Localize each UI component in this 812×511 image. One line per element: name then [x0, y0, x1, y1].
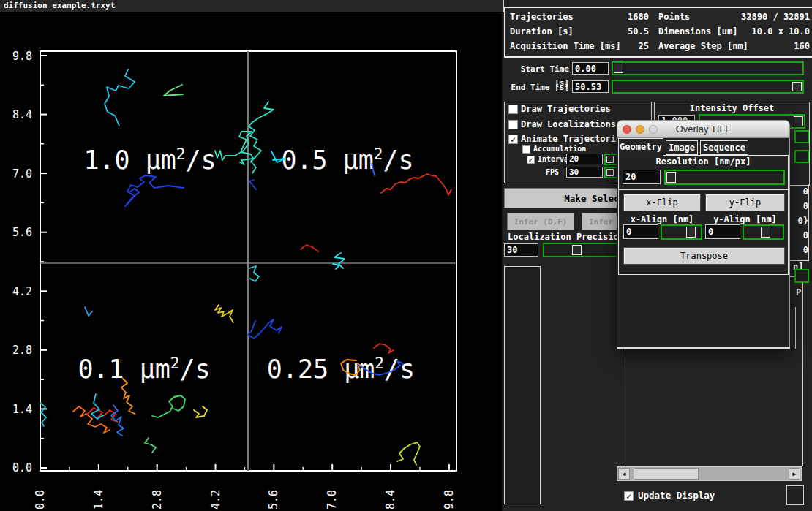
trajectory-path	[301, 245, 318, 251]
trajectory-path	[381, 174, 451, 195]
trajectory-path	[40, 403, 46, 426]
y-tick-label: 8.4	[12, 108, 32, 121]
y-tick-label: 9.8	[12, 50, 32, 63]
end-time-input[interactable]	[572, 80, 609, 93]
x-tick-label: 2.8	[151, 490, 164, 510]
y-align-input[interactable]	[705, 224, 740, 239]
hidden-slider-end-fragment	[794, 130, 809, 143]
end-time-slider-handle[interactable]	[792, 82, 802, 91]
y-tick-label: 0.0	[12, 461, 32, 474]
trajectory-path	[333, 264, 339, 269]
x-tick-label: 7.0	[326, 490, 339, 510]
scrollbar-thumb[interactable]	[634, 468, 699, 480]
tab-geometry[interactable]: Geometry	[618, 138, 663, 156]
trajectory-path	[164, 85, 183, 96]
hidden-p-label-fragment: P	[796, 285, 801, 300]
hidden-value-fragment: 0	[789, 243, 808, 257]
trajectory-path	[91, 394, 103, 419]
localization-precision-slider-handle[interactable]	[572, 245, 582, 255]
window-title: diffusion_example.trxyt	[0, 0, 504, 12]
trajectory-path	[397, 442, 420, 465]
y-tick-label: 4.2	[12, 285, 32, 298]
update-display-checkbox[interactable]: ✓	[624, 491, 634, 501]
x-align-slider-handle[interactable]	[686, 227, 696, 238]
trajectory-plot[interactable]: 0.01.42.84.25.67.08.49.89.88.47.05.64.22…	[0, 0, 500, 511]
trajectory-listbox[interactable]	[504, 266, 541, 504]
trajectory-path	[374, 344, 394, 353]
accumulation-checkbox[interactable]	[522, 145, 530, 154]
geometry-controls-panel: x-Flip y-Flip x-Align [nm] y-Align [nm] …	[618, 189, 789, 275]
hidden-slider-end-fragment	[794, 269, 809, 283]
x-tick-label: 8.4	[384, 490, 397, 510]
stat-value: 1680	[628, 10, 649, 24]
stats-row: Acquisition Time [ms]25 Average Step [nm…	[510, 39, 810, 53]
stat-label: Acquisition Time [ms]	[510, 39, 621, 53]
infer-df-button[interactable]: Infer (D,F)	[507, 213, 574, 230]
hidden-value-fragment: 0	[789, 199, 808, 213]
minimize-icon[interactable]	[636, 125, 644, 134]
stat-value: 50.5	[628, 24, 649, 39]
stat-label: Duration [s]	[510, 24, 574, 39]
scrollbar-left-arrow-icon[interactable]: ◀	[618, 468, 630, 480]
fps-input[interactable]	[566, 167, 603, 178]
trajectory-path	[121, 379, 135, 414]
hidden-value-fragment: 0	[789, 228, 808, 243]
interval-checkbox[interactable]: ✓	[527, 156, 535, 164]
stats-row: Duration [s]50.5 Dimensions [um]10.0 x 1…	[510, 24, 810, 39]
y-align-slider[interactable]	[743, 224, 784, 240]
start-time-slider-handle[interactable]	[614, 64, 623, 73]
stats-box: Trajectories1680 Points32890 / 32891 Dur…	[504, 7, 812, 58]
tab-image[interactable]: Image	[666, 140, 698, 155]
trajectory-path	[152, 395, 185, 417]
quadrant-diffusion-label: 0.1 µm2/s	[78, 355, 210, 384]
quadrant-diffusion-label: 0.5 µm2/s	[281, 145, 413, 175]
y-tick-label: 7.0	[12, 167, 32, 181]
interval-input[interactable]	[566, 154, 603, 164]
trajectory-path	[125, 175, 184, 206]
x-flip-button[interactable]: x-Flip	[623, 194, 701, 211]
y-align-slider-handle[interactable]	[761, 227, 770, 238]
interval-slider-handle[interactable]	[606, 156, 614, 163]
start-time-slider[interactable]	[612, 61, 804, 75]
x-align-input[interactable]	[623, 224, 658, 239]
quadrant-diffusion-label: 0.25 µm2/s	[267, 355, 415, 384]
x-align-slider[interactable]	[661, 224, 702, 240]
y-tick-label: 5.6	[12, 226, 32, 239]
x-tick-label: 4.2	[209, 490, 222, 510]
stat-value: 10.0 x 10.0	[752, 24, 810, 39]
x-tick-label: 1.4	[92, 490, 105, 510]
stat-value: 25	[639, 39, 649, 53]
draw-trajectories-label: Draw Trajectories	[521, 104, 611, 114]
tab-sequence[interactable]: Sequence	[700, 140, 748, 155]
animate-trajectories-checkbox[interactable]: ✓	[508, 135, 518, 144]
resolution-slider[interactable]	[664, 170, 785, 185]
localization-precision-input[interactable]	[504, 243, 538, 257]
hidden-slider-end-fragment	[794, 150, 809, 163]
intensity-offset-slider-handle[interactable]	[794, 116, 803, 126]
fps-slider-handle[interactable]	[606, 169, 614, 176]
draw-localizations-checkbox[interactable]	[508, 120, 518, 129]
animate-trajectories-label: Animate Trajectories	[521, 134, 627, 144]
stat-label: Average Step [nm]	[658, 39, 748, 53]
transpose-button[interactable]: Transpose	[623, 247, 785, 265]
y-flip-button[interactable]: y-Flip	[705, 194, 785, 211]
horizontal-scrollbar[interactable]: ◀ ▶	[617, 466, 802, 481]
draw-localizations-label: Draw Localizations	[521, 119, 616, 129]
draw-trajectories-checkbox[interactable]	[508, 105, 518, 114]
hidden-value-fragment: 0	[789, 184, 808, 199]
scrollbar-right-arrow-icon[interactable]: ▶	[789, 468, 800, 480]
end-time-slider[interactable]	[612, 80, 804, 94]
trajectory-path	[248, 319, 282, 338]
accumulation-label: Accumulation	[533, 145, 586, 154]
stat-label: Points	[658, 10, 690, 24]
fps-label: FPS	[534, 168, 559, 177]
intensity-offset-title: Intensity Offset	[655, 103, 809, 113]
quadrant-diffusion-label: 1.0 µm2/s	[83, 145, 216, 175]
resolution-input[interactable]	[623, 170, 661, 184]
resolution-slider-handle[interactable]	[666, 172, 676, 183]
start-time-input[interactable]	[572, 62, 609, 75]
close-icon[interactable]	[623, 125, 631, 134]
zoom-window-icon[interactable]	[649, 125, 658, 134]
stats-row: Trajectories1680 Points32890 / 32891	[510, 10, 810, 24]
y-align-label: y-Align [nm]	[705, 214, 785, 224]
